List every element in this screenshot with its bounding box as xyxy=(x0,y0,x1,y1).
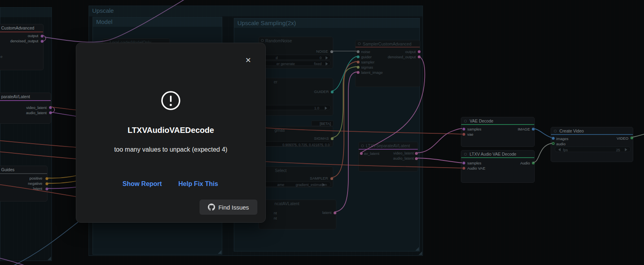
find-issues-button[interactable]: Find Issues xyxy=(200,200,257,215)
help-fix-link[interactable]: Help Fix This xyxy=(178,180,218,188)
node-graph-canvas[interactable]: Upscale Model Upscale Sampling(2x) Custo… xyxy=(0,0,644,265)
show-report-link[interactable]: Show Report xyxy=(122,180,162,188)
close-icon[interactable]: ✕ xyxy=(243,55,253,65)
error-dialog: ✕ LTXVAudioVAEDecode too many values to … xyxy=(76,43,266,223)
error-message: too many values to unpack (expected 4) xyxy=(76,146,265,153)
github-icon xyxy=(208,204,215,211)
error-node-title: LTXVAudioVAEDecode xyxy=(76,126,265,135)
alert-icon xyxy=(160,90,181,113)
find-issues-label: Find Issues xyxy=(218,204,249,211)
